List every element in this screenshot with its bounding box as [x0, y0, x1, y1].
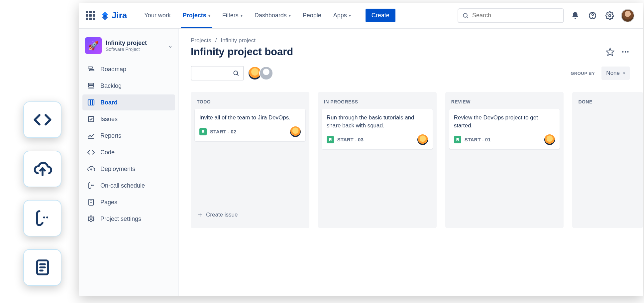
nav-apps[interactable]: Apps▾ [327, 3, 357, 28]
chevron-down-icon: ▾ [623, 71, 625, 76]
floating-icon-rail [23, 101, 61, 286]
sidebar-label: On-call schedule [100, 182, 145, 189]
backlog-icon [87, 82, 95, 90]
board-search[interactable] [191, 66, 244, 80]
board-icon [87, 98, 95, 106]
oncall-icon [87, 182, 95, 190]
assignee-avatar[interactable] [290, 126, 301, 137]
issues-icon [87, 115, 95, 123]
search-input[interactable] [472, 12, 559, 19]
svg-marker-29 [606, 48, 614, 56]
svg-rect-12 [88, 67, 93, 68]
global-search[interactable] [458, 8, 564, 23]
group-by-label: GROUP BY [571, 71, 595, 76]
app-switcher-icon[interactable] [86, 11, 95, 20]
svg-point-7 [463, 13, 467, 17]
column-title: IN PROGRESS [322, 97, 433, 109]
card-title: Review the DevOps project to get started… [454, 114, 555, 130]
svg-rect-20 [88, 116, 94, 122]
code-icon [33, 110, 52, 129]
column-review: REVIEW Review the DevOps project to get … [445, 92, 564, 228]
project-switcher[interactable]: 🚀 Infinity project Software Project ⌄ [82, 35, 175, 60]
more-icon[interactable] [621, 48, 630, 56]
page-icon-tile[interactable] [23, 249, 61, 286]
create-button[interactable]: Create [366, 9, 395, 22]
help-button[interactable] [587, 10, 598, 22]
sidebar-label: Pages [100, 199, 117, 206]
story-icon [454, 136, 461, 143]
chevron-down-icon: ▾ [289, 13, 291, 18]
svg-point-10 [592, 17, 593, 18]
logo-text: Jira [112, 10, 127, 21]
unassigned-avatar[interactable] [259, 66, 273, 80]
reports-icon [87, 132, 95, 140]
sidebar-item-board[interactable]: Board [82, 94, 175, 110]
cloud-upload-icon [33, 160, 52, 178]
nav-people[interactable]: People [297, 3, 327, 28]
sidebar-label: Roadmap [100, 66, 126, 73]
assignee-avatar[interactable] [544, 134, 555, 145]
jira-logo[interactable]: Jira [100, 10, 127, 21]
issue-card[interactable]: Run through the basic tutorials and shar… [322, 109, 433, 149]
nav-your-work[interactable]: Your work [138, 3, 176, 28]
sidebar-item-oncall[interactable]: On-call schedule [82, 178, 175, 194]
svg-point-31 [625, 51, 626, 53]
code-icon-tile[interactable] [23, 101, 61, 138]
nav-projects[interactable]: Projects▾ [177, 3, 216, 28]
settings-button[interactable] [604, 10, 616, 22]
sidebar-item-reports[interactable]: Reports [82, 128, 175, 144]
sidebar-item-backlog[interactable]: Backlog [82, 78, 175, 94]
star-icon[interactable] [606, 48, 614, 56]
column-in-progress: IN PROGRESS Run through the basic tutori… [318, 92, 437, 228]
sidebar-item-settings[interactable]: Project settings [82, 211, 175, 227]
breadcrumb-current[interactable]: Infinity project [221, 37, 256, 44]
deployments-icon [87, 165, 95, 173]
cloud-upload-icon-tile[interactable] [23, 151, 61, 187]
assignee-avatar[interactable] [417, 134, 428, 145]
plus-icon [197, 212, 203, 218]
sidebar-item-code[interactable]: Code [82, 144, 175, 160]
user-avatar[interactable] [621, 9, 634, 22]
column-title: REVIEW [449, 97, 560, 109]
sidebar-item-roadmap[interactable]: Roadmap [82, 61, 175, 77]
nav-items: Your work Projects▾ Filters▾ Dashboards▾… [138, 3, 357, 28]
breadcrumb: Projects / Infinity project [191, 37, 643, 44]
search-icon [233, 70, 239, 76]
phone-icon-tile[interactable] [23, 200, 61, 236]
bell-icon [571, 11, 580, 20]
issue-key: START - 03 [337, 137, 414, 142]
sidebar-label: Backlog [100, 82, 122, 89]
project-type: Software Project [106, 47, 164, 52]
svg-point-30 [622, 51, 623, 53]
svg-point-1 [43, 217, 45, 219]
project-name: Infinity project [106, 40, 164, 47]
top-nav: Jira Your work Projects▾ Filters▾ Dashbo… [79, 3, 643, 29]
svg-rect-14 [88, 83, 94, 85]
sidebar-label: Code [100, 149, 115, 156]
svg-line-8 [467, 17, 468, 18]
issue-card[interactable]: Invite all of the team to Jira DevOps. S… [195, 109, 305, 141]
nav-filters[interactable]: Filters▾ [216, 3, 249, 28]
gear-icon [605, 11, 614, 20]
create-issue-button[interactable]: Create issue [195, 209, 305, 221]
sidebar-item-issues[interactable]: Issues [82, 111, 175, 127]
svg-point-24 [93, 185, 93, 186]
sidebar-label: Deployments [100, 166, 135, 173]
svg-rect-15 [88, 85, 94, 87]
column-title: TODO [195, 97, 305, 109]
sidebar-label: Reports [100, 132, 121, 139]
group-by-select[interactable]: None ▾ [601, 67, 630, 80]
svg-rect-13 [89, 70, 94, 71]
sidebar-item-pages[interactable]: Pages [82, 194, 175, 210]
notifications-button[interactable] [569, 10, 581, 22]
page-title: Infinity project board [191, 46, 599, 58]
breadcrumb-projects[interactable]: Projects [191, 37, 211, 44]
assignee-filter[interactable] [251, 66, 273, 80]
svg-point-11 [609, 14, 611, 17]
project-badge-icon: 🚀 [85, 37, 102, 54]
issue-card[interactable]: Review the DevOps project to get started… [449, 109, 560, 149]
nav-dashboards[interactable]: Dashboards▾ [249, 3, 297, 28]
sidebar: 🚀 Infinity project Software Project ⌄ Ro… [79, 29, 179, 296]
kanban-board: TODO Invite all of the team to Jira DevO… [191, 92, 643, 228]
sidebar-item-deployments[interactable]: Deployments [82, 161, 175, 177]
